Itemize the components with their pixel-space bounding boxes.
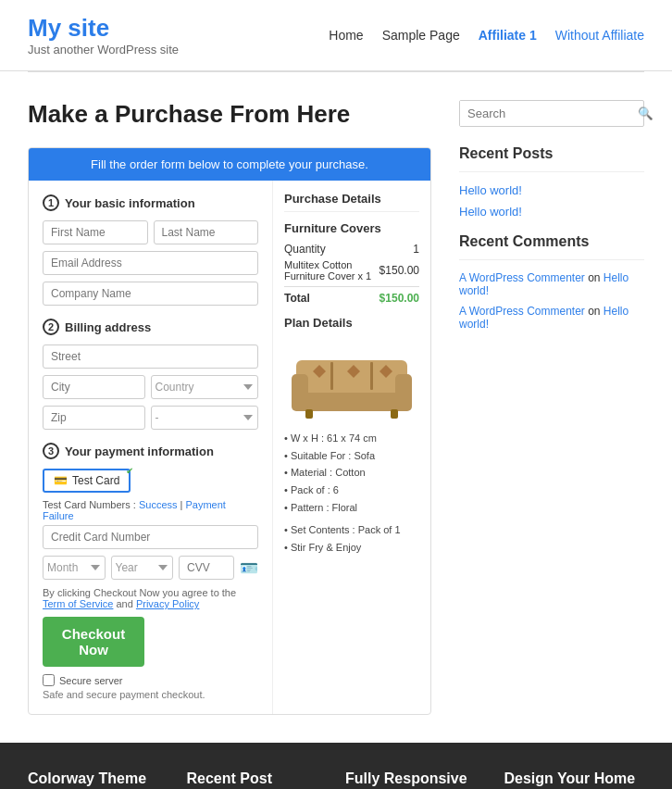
footer-col-3: Design Your Home Express your creativity… bbox=[504, 770, 645, 789]
card-back-icon: 🪪 bbox=[240, 559, 258, 577]
svg-rect-2 bbox=[292, 374, 308, 411]
site-branding: My site Just another WordPress site bbox=[28, 14, 179, 56]
comment-author-1[interactable]: A WordPress Commenter bbox=[459, 305, 585, 318]
footer-col-2-title: Fully Responsive bbox=[345, 770, 486, 787]
company-input[interactable] bbox=[43, 282, 258, 306]
purchase-section: Purchase Details Furniture Covers Quanti… bbox=[273, 181, 430, 714]
street-row bbox=[43, 344, 258, 369]
test-card-button[interactable]: 💳 Test Card ✔ bbox=[43, 469, 131, 493]
quantity-row: Quantity 1 bbox=[284, 243, 419, 256]
item-label: Multitex Cotton Furniture Cover x 1 bbox=[284, 259, 380, 282]
site-tagline: Just another WordPress site bbox=[28, 43, 179, 56]
zip-row: - bbox=[43, 406, 258, 430]
terms-of-service-link[interactable]: Term of Service bbox=[43, 598, 113, 609]
spec-6: Stir Fry & Enjoy bbox=[284, 539, 419, 557]
privacy-policy-link[interactable]: Privacy Policy bbox=[136, 598, 199, 609]
street-input[interactable] bbox=[43, 344, 258, 369]
site-title: My site bbox=[28, 14, 179, 43]
date-cvv-row: Month Year 🪪 bbox=[43, 556, 258, 580]
billing-section: 2 Billing address Country bbox=[43, 319, 258, 430]
last-name-input[interactable] bbox=[154, 220, 259, 244]
test-card-success-link[interactable]: Success bbox=[139, 499, 178, 510]
search-box: 🔍 bbox=[459, 100, 644, 127]
nav-sample-page[interactable]: Sample Page bbox=[382, 28, 460, 43]
nav-without-affiliate[interactable]: Without Affiliate bbox=[555, 28, 644, 43]
content-area: Make a Purchase From Here Fill the order… bbox=[28, 100, 431, 715]
footer-col-0-title: Colorway Theme bbox=[28, 770, 168, 787]
cc-row bbox=[43, 525, 258, 549]
email-input[interactable] bbox=[43, 251, 258, 275]
footer-col-0: Colorway Theme Footer is widgetized. To … bbox=[28, 770, 168, 789]
city-input[interactable] bbox=[43, 375, 145, 399]
recent-posts-title: Recent Posts bbox=[459, 145, 644, 162]
checkout-now-button[interactable]: Checkout Now bbox=[43, 617, 144, 667]
plan-title: Plan Details bbox=[284, 316, 419, 330]
email-row bbox=[43, 251, 258, 275]
spec-4: Pattern : Floral bbox=[284, 499, 419, 517]
recent-post-0[interactable]: Hello world! bbox=[459, 183, 644, 197]
spec-5: Set Contents : Pack of 1 bbox=[284, 521, 419, 539]
zip-select[interactable]: - bbox=[151, 406, 259, 430]
furniture-image bbox=[287, 337, 417, 420]
site-header: My site Just another WordPress site Home… bbox=[0, 0, 672, 71]
payment-section: 3 Your payment information 💳 Test Card ✔… bbox=[43, 443, 258, 700]
product-name: Furniture Covers bbox=[284, 221, 419, 235]
city-country-row: Country bbox=[43, 375, 258, 399]
secure-row: Secure server bbox=[43, 674, 258, 686]
footer-col-1-title: Recent Post bbox=[187, 770, 328, 787]
recent-comments-divider bbox=[459, 259, 644, 260]
company-row bbox=[43, 282, 258, 306]
country-select[interactable]: Country bbox=[151, 375, 259, 399]
svg-rect-7 bbox=[391, 409, 398, 419]
quantity-value: 1 bbox=[413, 243, 419, 256]
svg-rect-4 bbox=[330, 362, 333, 390]
comment-1: A WordPress Commenter on Hello world! bbox=[459, 305, 644, 331]
main-nav: Home Sample Page Affiliate 1 Without Aff… bbox=[329, 28, 644, 43]
first-name-input[interactable] bbox=[43, 220, 148, 244]
month-select[interactable]: Month bbox=[43, 556, 106, 580]
svg-rect-1 bbox=[296, 360, 407, 393]
recent-comments-title: Recent Comments bbox=[459, 233, 644, 250]
spec-1: Suitable For : Sofa bbox=[284, 447, 419, 465]
footer-col-1: Recent Post Worth A Thousand Words Categ… bbox=[187, 770, 328, 789]
svg-rect-3 bbox=[395, 374, 412, 411]
test-card-note: Test Card Numbers : Success | Payment Fa… bbox=[43, 499, 258, 521]
footer-main: Colorway Theme Footer is widgetized. To … bbox=[0, 743, 672, 789]
comment-author-0[interactable]: A WordPress Commenter bbox=[459, 271, 585, 284]
product-specs: W x H : 61 x 74 cm Suitable For : Sofa M… bbox=[284, 430, 419, 557]
total-value: $150.00 bbox=[380, 292, 419, 305]
search-button[interactable]: 🔍 bbox=[630, 101, 661, 126]
main-content: Make a Purchase From Here Fill the order… bbox=[0, 72, 672, 743]
section3-num: 3 bbox=[43, 443, 59, 459]
footer: Colorway Theme Footer is widgetized. To … bbox=[0, 743, 672, 789]
purchase-title: Purchase Details bbox=[284, 192, 419, 212]
page-title: Make a Purchase From Here bbox=[28, 100, 431, 129]
spec-3: Pack of : 6 bbox=[284, 482, 419, 499]
search-input[interactable] bbox=[460, 101, 630, 126]
secure-label: Secure server bbox=[59, 675, 122, 686]
svg-rect-6 bbox=[305, 409, 313, 419]
name-row bbox=[43, 220, 258, 244]
checkout-header: Fill the order form below to complete yo… bbox=[29, 148, 430, 181]
recent-post-1[interactable]: Hello world! bbox=[459, 205, 644, 219]
spec-2: Material : Cotton bbox=[284, 464, 419, 482]
item-row: Multitex Cotton Furniture Cover x 1 $150… bbox=[284, 259, 419, 282]
nav-affiliate1[interactable]: Affiliate 1 bbox=[479, 28, 537, 43]
year-select[interactable]: Year bbox=[111, 556, 174, 580]
credit-card-icon: 💳 bbox=[54, 474, 68, 487]
secure-checkbox[interactable] bbox=[43, 674, 55, 686]
secure-note: Safe and secure payment checkout. bbox=[43, 689, 258, 700]
form-section: 1 Your basic information bbox=[29, 181, 273, 714]
checkout-box: Fill the order form below to complete yo… bbox=[28, 147, 431, 715]
footer-col-3-title: Design Your Home bbox=[504, 770, 645, 787]
quantity-label: Quantity bbox=[284, 243, 326, 256]
cc-input[interactable] bbox=[43, 525, 258, 549]
total-label: Total bbox=[284, 292, 310, 305]
spec-0: W x H : 61 x 74 cm bbox=[284, 430, 419, 447]
cvv-input[interactable] bbox=[179, 556, 234, 580]
recent-posts-divider bbox=[459, 171, 644, 172]
section2-num: 2 bbox=[43, 319, 59, 335]
zip-input[interactable] bbox=[43, 406, 145, 430]
nav-home[interactable]: Home bbox=[329, 28, 363, 43]
total-row: Total $150.00 bbox=[284, 286, 419, 305]
